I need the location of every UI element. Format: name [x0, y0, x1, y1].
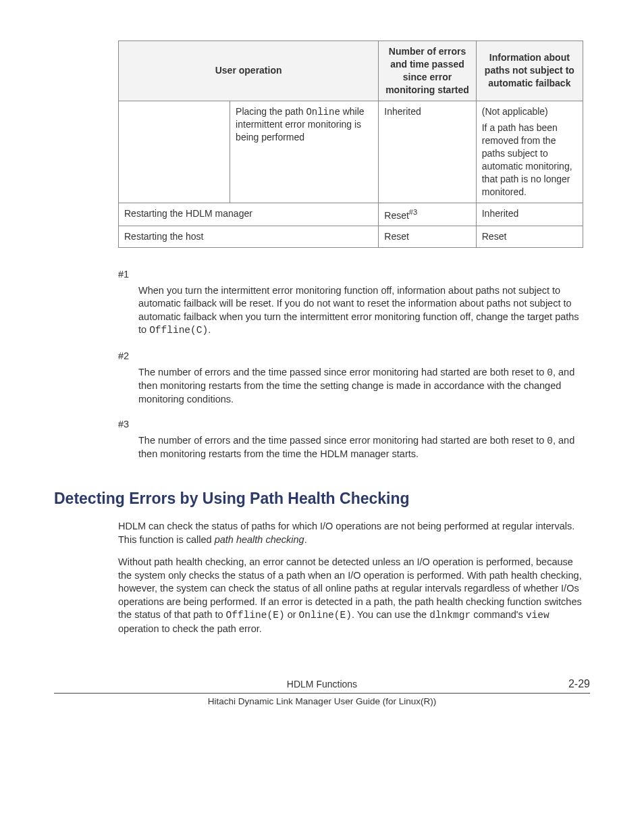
- th-user-operation: User operation: [119, 41, 379, 101]
- cell-op: Placing the path Online while intermitte…: [230, 101, 379, 203]
- footnote-body-2: The number of errors and the time passed…: [138, 366, 583, 407]
- cell-op: Restarting the host: [119, 226, 379, 248]
- footnote-body-1: When you turn the intermittent error mon…: [138, 284, 583, 338]
- cell-errors: Inherited: [379, 101, 476, 203]
- th-errors-time: Number of errors and time passed since e…: [379, 41, 476, 101]
- cell-errors: Reset: [379, 226, 476, 248]
- cell-errors: Reset#3: [379, 203, 476, 226]
- paragraph: HDLM can check the status of paths for w…: [118, 520, 583, 546]
- footnote-body-3: The number of errors and the time passed…: [138, 434, 583, 461]
- footnote-label-3: #3: [118, 418, 583, 432]
- table-row: Restarting the host Reset Reset: [119, 226, 583, 248]
- page-footer: HDLM Functions 2-29 Hitachi Dynamic Link…: [54, 677, 590, 708]
- footer-page-number: 2-29: [549, 677, 590, 692]
- footnote-label-1: #1: [118, 268, 583, 282]
- cell-op: Restarting the HDLM manager: [119, 203, 379, 226]
- table-row: Placing the path Online while intermitte…: [119, 101, 583, 203]
- paragraph: Without path health checking, an error c…: [118, 556, 583, 635]
- main-content: User operation Number of errors and time…: [118, 41, 583, 461]
- intermittent-error-table: User operation Number of errors and time…: [118, 41, 583, 248]
- footer-subtitle: Hitachi Dynamic Link Manager User Guide …: [54, 696, 590, 708]
- footnote-label-2: #2: [118, 350, 583, 363]
- section-heading: Detecting Errors by Using Path Health Ch…: [54, 488, 590, 509]
- section-body: HDLM can check the status of paths for w…: [118, 520, 583, 636]
- cell-info: (Not applicable) If a path has been remo…: [476, 101, 583, 203]
- cell-info: Inherited: [476, 203, 583, 226]
- footer-title: HDLM Functions: [95, 678, 549, 691]
- th-path-info: Information about paths not subject to a…: [476, 41, 583, 101]
- table-row: Restarting the HDLM manager Reset#3 Inhe…: [119, 203, 583, 226]
- cell-info: Reset: [476, 226, 583, 248]
